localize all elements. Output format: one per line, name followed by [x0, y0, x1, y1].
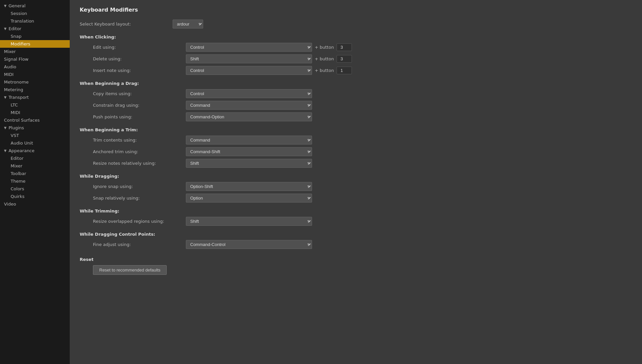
row-control: NoneShiftControlOptionCommandCommand-Opt… — [186, 43, 352, 52]
sidebar-label-translation: Translation — [11, 19, 34, 24]
modifier-select[interactable]: NoneShiftControlOptionCommandCommand-Opt… — [186, 159, 312, 168]
sidebar-item-app-editor[interactable]: Editor — [0, 154, 70, 162]
modifier-select[interactable]: NoneShiftControlOptionCommandCommand-Opt… — [186, 89, 312, 98]
settings-row: Insert note using:NoneShiftControlOption… — [80, 66, 632, 75]
modifier-select[interactable]: NoneShiftControlOptionCommandCommand-Opt… — [186, 147, 312, 156]
row-label: Resize overlapped regions using: — [93, 219, 186, 224]
sidebar-item-session[interactable]: Session — [0, 10, 70, 17]
modifier-select[interactable]: NoneShiftControlOptionCommandCommand-Opt… — [186, 194, 312, 203]
sidebar-item-control-surfaces[interactable]: Control Surfaces — [0, 116, 70, 124]
expand-arrow-general: ▼ — [4, 4, 7, 8]
sidebar-item-snap[interactable]: Snap — [0, 32, 70, 40]
row-control: NoneShiftControlOptionCommandCommand-Opt… — [186, 66, 352, 75]
settings-row: Edit using:NoneShiftControlOptionCommand… — [80, 43, 632, 52]
sidebar-label-quirks: Quirks — [11, 194, 25, 199]
modifier-select[interactable]: NoneShiftControlOptionCommandCommand-Opt… — [186, 217, 312, 226]
button-number-input[interactable] — [337, 55, 352, 63]
row-control: NoneShiftControlOptionCommandCommand-Opt… — [186, 112, 312, 121]
keyboard-layout-select[interactable]: ardour — [173, 20, 203, 29]
sidebar-item-metering[interactable]: Metering — [0, 86, 70, 93]
modifier-select[interactable]: NoneShiftControlOptionCommandCommand-Opt… — [186, 112, 312, 121]
sidebar-label-app-mixer: Mixer — [11, 163, 22, 168]
modifier-select[interactable]: NoneShiftControlOptionCommandCommand-Opt… — [186, 43, 312, 52]
page-title: Keyboard Modifiers — [80, 7, 632, 13]
expand-arrow-transport: ▼ — [4, 95, 7, 99]
modifier-select[interactable]: NoneShiftControlOptionCommandCommand-Opt… — [186, 54, 312, 63]
sidebar-item-colors[interactable]: Colors — [0, 185, 70, 193]
reset-defaults-button[interactable]: Reset to recommended defaults — [93, 265, 167, 275]
sidebar-item-appearance[interactable]: ▼Appearance — [0, 147, 70, 154]
sidebar-label-colors: Colors — [11, 186, 24, 191]
sidebar-item-quirks[interactable]: Quirks — [0, 193, 70, 200]
sidebar-label-theme: Theme — [11, 179, 26, 184]
modifier-select[interactable]: NoneShiftControlOptionCommandCommand-Opt… — [186, 136, 312, 145]
sidebar-item-video[interactable]: Video — [0, 200, 70, 208]
section-while-trimming: While Trimming:Resize overlapped regions… — [80, 209, 632, 226]
sections-container: When Clicking:Edit using:NoneShiftContro… — [80, 34, 632, 249]
settings-row: Anchored trim using:NoneShiftControlOpti… — [80, 147, 632, 156]
section-header-when-clicking: When Clicking: — [80, 34, 632, 39]
sidebar-label-video: Video — [4, 202, 16, 207]
sidebar-item-midi[interactable]: MIDI — [0, 71, 70, 78]
button-number-input[interactable] — [337, 43, 352, 51]
sidebar-label-appearance: Appearance — [9, 148, 35, 153]
row-control: NoneShiftControlOptionCommandCommand-Opt… — [186, 240, 312, 249]
sidebar-item-ltc[interactable]: LTC — [0, 101, 70, 109]
button-label: + button — [315, 56, 334, 61]
row-control: NoneShiftControlOptionCommandCommand-Opt… — [186, 147, 312, 156]
modifier-select[interactable]: NoneShiftControlOptionCommandCommand-Opt… — [186, 101, 312, 110]
settings-row: Trim contents using:NoneShiftControlOpti… — [80, 136, 632, 145]
sidebar-item-app-mixer[interactable]: Mixer — [0, 162, 70, 170]
settings-row: Ignore snap using:NoneShiftControlOption… — [80, 182, 632, 191]
sidebar-label-transport: Transport — [9, 95, 29, 100]
sidebar-item-plugins[interactable]: ▼Plugins — [0, 124, 70, 132]
settings-row: Resize notes relatively using:NoneShiftC… — [80, 159, 632, 168]
section-header-when-beginning-drag: When Beginning a Drag: — [80, 81, 632, 86]
row-label: Edit using: — [93, 45, 186, 50]
modifier-select[interactable]: NoneShiftControlOptionCommandCommand-Opt… — [186, 240, 312, 249]
sidebar-label-modifiers: Modifiers — [11, 41, 30, 46]
sidebar-item-mixer[interactable]: Mixer — [0, 48, 70, 55]
sidebar-item-general[interactable]: ▼General — [0, 2, 70, 10]
sidebar-item-transport-midi[interactable]: MIDI — [0, 109, 70, 116]
sidebar-item-signal-flow[interactable]: Signal Flow — [0, 55, 70, 63]
section-while-dragging: While Dragging:Ignore snap using:NoneShi… — [80, 174, 632, 203]
expand-arrow-editor: ▼ — [4, 27, 7, 30]
sidebar-item-transport[interactable]: ▼Transport — [0, 93, 70, 101]
sidebar-item-translation[interactable]: Translation — [0, 17, 70, 25]
modifier-select[interactable]: NoneShiftControlOptionCommandCommand-Opt… — [186, 66, 312, 75]
row-control: NoneShiftControlOptionCommandCommand-Opt… — [186, 159, 312, 168]
row-control: NoneShiftControlOptionCommandCommand-Opt… — [186, 136, 312, 145]
sidebar-label-general: General — [9, 3, 26, 8]
settings-row: Resize overlapped regions using:NoneShif… — [80, 217, 632, 226]
sidebar-label-transport-midi: MIDI — [11, 110, 20, 115]
sidebar-label-snap: Snap — [11, 34, 22, 39]
sidebar-item-audio[interactable]: Audio — [0, 63, 70, 71]
button-label: + button — [315, 68, 334, 73]
row-control: NoneShiftControlOptionCommandCommand-Opt… — [186, 194, 312, 203]
section-header-while-dragging-control-points: While Dragging Control Points: — [80, 232, 632, 237]
sidebar-label-signal-flow: Signal Flow — [4, 57, 29, 62]
expand-arrow-appearance: ▼ — [4, 149, 7, 152]
reset-section: Reset Reset to recommended defaults — [80, 257, 632, 275]
sidebar-item-theme[interactable]: Theme — [0, 177, 70, 185]
section-header-while-dragging: While Dragging: — [80, 174, 632, 179]
keyboard-layout-label: Select Keyboard layout: — [80, 22, 173, 27]
main-content: Keyboard Modifiers Select Keyboard layou… — [70, 0, 642, 364]
sidebar-item-vst[interactable]: VST — [0, 132, 70, 139]
sidebar-item-modifiers[interactable]: Modifiers — [0, 40, 70, 48]
row-label: Anchored trim using: — [93, 149, 186, 154]
sidebar-label-toolbar: Toolbar — [11, 171, 26, 176]
button-label: + button — [315, 45, 334, 50]
settings-row: Copy items using:NoneShiftControlOptionC… — [80, 89, 632, 98]
section-header-while-trimming: While Trimming: — [80, 209, 632, 213]
sidebar-label-metronome: Metronome — [4, 80, 29, 85]
row-control: NoneShiftControlOptionCommandCommand-Opt… — [186, 217, 312, 226]
sidebar-item-metronome[interactable]: Metronome — [0, 78, 70, 86]
sidebar-item-editor[interactable]: ▼Editor — [0, 25, 70, 32]
modifier-select[interactable]: NoneShiftControlOptionCommandCommand-Opt… — [186, 182, 312, 191]
sidebar-item-toolbar[interactable]: Toolbar — [0, 170, 70, 177]
sidebar-item-audio-unit[interactable]: Audio Unit — [0, 139, 70, 147]
button-number-input[interactable] — [337, 67, 352, 74]
settings-row: Push points using:NoneShiftControlOption… — [80, 112, 632, 121]
